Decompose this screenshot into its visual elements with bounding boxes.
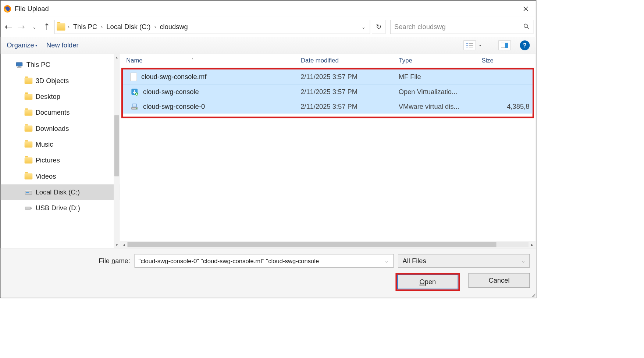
open-button-highlight: Open [395, 273, 460, 291]
address-bar[interactable]: › This PC › Local Disk (C:) › cloudswg ⌄ [54, 20, 370, 34]
help-button[interactable]: ? [520, 40, 530, 50]
close-button[interactable] [518, 3, 534, 15]
cancel-button[interactable]: Cancel [469, 273, 530, 288]
folder-icon [25, 173, 33, 180]
svg-rect-8 [469, 45, 473, 46]
chevron-right-icon: › [154, 24, 157, 30]
computer-icon [15, 61, 24, 68]
preview-pane-button[interactable] [498, 40, 510, 50]
forward-button[interactable]: 🠒 [16, 21, 27, 32]
scroll-right-icon[interactable]: ▸ [529, 242, 536, 247]
tree-3d-objects[interactable]: 3D Objects [1, 73, 120, 89]
col-name[interactable]: Name ˄ [120, 57, 295, 64]
tree-this-pc[interactable]: This PC [1, 57, 120, 73]
scroll-thumb[interactable] [128, 242, 497, 247]
chevron-down-icon: ▾ [35, 43, 37, 47]
col-date[interactable]: Date modified [295, 57, 393, 64]
file-name-value: "cloud-swg-console-0" "cloud-swg-console… [139, 257, 384, 264]
scroll-down-icon[interactable]: ▾ [114, 241, 120, 248]
tree-downloads[interactable]: Downloads [1, 121, 120, 136]
chevron-right-icon: › [67, 24, 70, 30]
svg-rect-12 [16, 62, 22, 66]
view-mode-dropdown[interactable]: ▾ [477, 43, 483, 47]
column-headers: Name ˄ Date modified Type Size [120, 54, 536, 68]
file-name: cloud-swg-console.mf [141, 73, 206, 81]
breadcrumb-seg-2[interactable]: cloudswg [159, 22, 189, 32]
address-dropdown[interactable]: ⌄ [359, 24, 368, 30]
folder-icon [57, 23, 65, 31]
file-type: Open Virtualizatio... [392, 88, 475, 96]
back-button[interactable]: 🠐 [3, 21, 14, 32]
tree-pictures[interactable]: Pictures [1, 153, 120, 168]
tree-label: Pictures [36, 157, 60, 165]
organize-menu[interactable]: Organize ▾ [7, 41, 37, 49]
file-name-input[interactable]: "cloud-swg-console-0" "cloud-swg-console… [135, 254, 394, 268]
file-icon [130, 72, 137, 81]
file-name-dropdown[interactable]: ⌄ [384, 258, 390, 263]
svg-rect-19 [31, 208, 32, 209]
new-folder-button[interactable]: New folder [46, 41, 79, 49]
history-dropdown[interactable]: ⌄ [29, 21, 40, 32]
svg-point-2 [524, 24, 527, 27]
tree-local-disk-c[interactable]: Local Disk (C:) [1, 184, 120, 200]
resize-grip[interactable] [531, 293, 536, 297]
up-button[interactable]: 🠑 [42, 21, 53, 32]
file-name: cloud-swg-console [143, 88, 199, 96]
file-size: 4,385,8 [475, 103, 533, 111]
svg-rect-17 [25, 190, 32, 191]
file-rows-highlight: cloud-swg-console.mf 2/11/2025 3:57 PM M… [121, 68, 534, 118]
search-input[interactable]: Search cloudswg [390, 20, 533, 34]
tree-documents[interactable]: Documents [1, 105, 120, 121]
nav-row: 🠐 🠒 ⌄ 🠑 › This PC › Local Disk (C:) › cl… [1, 17, 536, 37]
svg-rect-6 [466, 47, 468, 47]
tree-label: Desktop [36, 93, 60, 101]
file-type-filter[interactable]: All Files ⌄ [398, 254, 530, 268]
col-size[interactable]: Size [476, 57, 536, 64]
folder-icon [25, 141, 33, 148]
toolbar: Organize ▾ New folder ▾ ? [1, 37, 536, 54]
tree-videos[interactable]: Videos [1, 168, 120, 184]
sort-indicator-icon: ˄ [192, 58, 193, 62]
open-button[interactable]: Open [397, 275, 459, 289]
tree-label: This PC [26, 61, 50, 69]
search-placeholder: Search cloudswg [394, 23, 523, 31]
svg-rect-5 [466, 45, 468, 46]
folder-icon [25, 93, 33, 100]
svg-rect-22 [132, 104, 137, 107]
scroll-thumb[interactable] [114, 115, 119, 176]
titlebar: File Upload [1, 1, 536, 17]
view-mode-button[interactable] [463, 40, 476, 50]
scroll-left-icon[interactable]: ◂ [120, 242, 128, 247]
file-upload-dialog: File Upload 🠐 🠒 ⌄ 🠑 › This PC › Local Di… [0, 0, 537, 298]
breadcrumb-seg-0[interactable]: This PC [72, 22, 99, 32]
tree-usb-drive[interactable]: USB Drive (D:) [1, 200, 120, 216]
file-row[interactable]: cloud-swg-console.mf 2/11/2025 3:57 PM M… [123, 69, 533, 84]
svg-rect-9 [469, 47, 473, 47]
tree-desktop[interactable]: Desktop [1, 89, 120, 105]
ovf-icon [130, 87, 139, 96]
svg-rect-14 [17, 67, 22, 68]
svg-rect-11 [505, 43, 508, 48]
col-type[interactable]: Type [393, 57, 476, 64]
file-date: 2/11/2025 3:57 PM [295, 88, 393, 96]
navigation-tree: This PC 3D Objects Desktop Documents Dow… [1, 54, 120, 248]
file-row[interactable]: cloud-swg-console 2/11/2025 3:57 PM Open… [123, 84, 533, 99]
scroll-up-icon[interactable]: ▴ [114, 54, 120, 61]
tree-label: Local Disk (C:) [36, 188, 80, 196]
svg-line-3 [527, 27, 529, 28]
file-row[interactable]: cloud-swg-console-0 2/11/2025 3:57 PM VM… [123, 99, 533, 114]
svg-rect-7 [469, 43, 473, 44]
tree-label: USB Drive (D:) [36, 204, 80, 212]
tree-music[interactable]: Music [1, 137, 120, 153]
tree-label: Music [36, 140, 53, 148]
breadcrumb-seg-1[interactable]: Local Disk (C:) [105, 22, 152, 32]
disk-icon [25, 189, 33, 196]
tree-label: Documents [36, 109, 70, 117]
search-icon [523, 23, 530, 31]
tree-scrollbar[interactable]: ▴ ▾ [114, 54, 120, 248]
refresh-button[interactable]: ↻ [372, 20, 385, 34]
horizontal-scrollbar[interactable]: ◂ ▸ [120, 241, 536, 248]
folder-icon [25, 157, 33, 164]
window-title: File Upload [15, 5, 518, 13]
chevron-right-icon: › [100, 24, 103, 30]
